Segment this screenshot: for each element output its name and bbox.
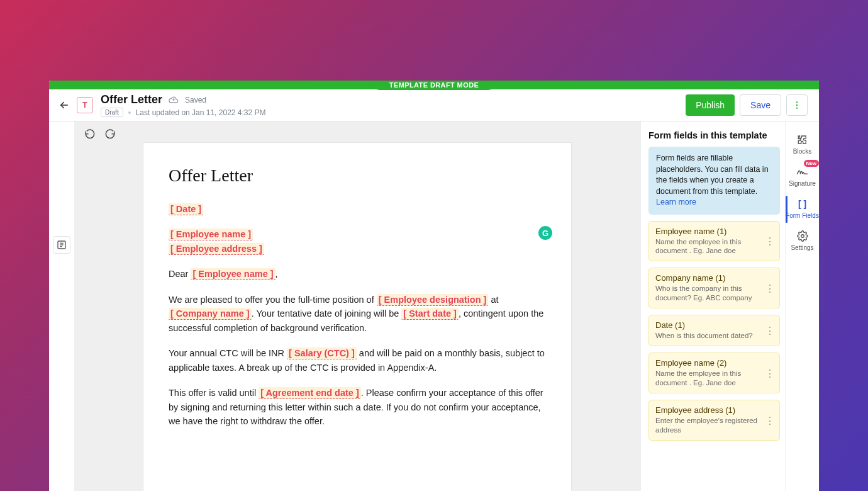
- right-rail: Blocks New Signature [ ] Form Fields Set…: [785, 121, 819, 491]
- document-heading: Offer Letter: [169, 166, 546, 186]
- left-rail: [49, 121, 74, 491]
- save-button[interactable]: Save: [740, 94, 781, 116]
- status-chip: Draft: [101, 108, 123, 117]
- document-title: Offer Letter: [101, 93, 162, 106]
- title-block: Offer Letter Saved Draft Last updated on…: [101, 93, 266, 117]
- field-employee-name-2[interactable]: [ Employee name ]: [191, 268, 275, 280]
- last-updated: Last updated on Jan 11, 2022 4:32 PM: [136, 108, 266, 117]
- paragraph-ctc: Your annual CTC will be INR [ Salary (CT…: [169, 346, 546, 375]
- form-field-sub: Enter the employee's registered address: [655, 416, 773, 435]
- redo-button[interactable]: [104, 128, 116, 139]
- form-field-sub: Name the employee in this document . Eg.…: [655, 369, 773, 388]
- form-field-more[interactable]: ⋮: [764, 367, 776, 379]
- form-field-more[interactable]: ⋮: [764, 325, 776, 337]
- back-arrow-icon: [58, 99, 70, 111]
- form-field-card[interactable]: Company name (1) Who is the company in t…: [648, 268, 780, 308]
- mode-bar: TEMPLATE DRAFT MODE: [49, 81, 819, 89]
- field-start-date[interactable]: [ Start date ]: [401, 308, 459, 320]
- signature-icon: [796, 166, 809, 178]
- paragraph-date: [ Date ]: [169, 202, 546, 216]
- undo-icon: [84, 128, 96, 139]
- redo-icon: [104, 128, 116, 139]
- form-field-more[interactable]: ⋮: [764, 414, 776, 426]
- form-field-card[interactable]: Employee name (2) Name the employee in t…: [648, 353, 780, 393]
- field-employee-name[interactable]: [ Employee name ]: [169, 229, 253, 240]
- rail-form-fields[interactable]: [ ] Form Fields: [786, 193, 819, 225]
- paragraph-offer: We are pleased to offer you the full-tim…: [169, 293, 546, 335]
- svg-point-1: [796, 104, 798, 106]
- paragraph-recipient: [ Employee name ] [ Employee address ]: [169, 227, 546, 256]
- undo-redo-group: [84, 128, 116, 139]
- mode-banner: TEMPLATE DRAFT MODE: [373, 81, 495, 90]
- canvas: Offer Letter [ Date ] [ Employee name ] …: [74, 121, 640, 491]
- app-window: TEMPLATE DRAFT MODE T Offer Letter Saved…: [49, 81, 819, 491]
- form-field-title: Employee address (1): [655, 405, 773, 415]
- form-field-card[interactable]: Employee address (1) Enter the employee'…: [648, 400, 780, 441]
- form-field-more[interactable]: ⋮: [764, 235, 776, 247]
- form-field-sub: When is this document dated?: [655, 331, 773, 341]
- field-agreement-end-date[interactable]: [ Agreement end date ]: [259, 387, 361, 399]
- brackets-icon: [ ]: [798, 198, 806, 210]
- paragraph-validity: This offer is valid until [ Agreement en…: [169, 386, 546, 428]
- form-field-title: Company name (1): [655, 273, 773, 283]
- document-type-badge: T: [77, 97, 93, 113]
- gear-icon: [797, 230, 808, 242]
- field-employee-address[interactable]: [ Employee address ]: [169, 243, 264, 255]
- more-vertical-icon: [792, 100, 802, 110]
- field-employee-designation[interactable]: [ Employee designation ]: [377, 294, 489, 306]
- form-field-title: Employee name (1): [655, 227, 773, 236]
- form-field-card[interactable]: Date (1) When is this document dated? ⋮: [648, 315, 780, 346]
- publish-button[interactable]: Publish: [686, 94, 735, 116]
- form-field-more[interactable]: ⋮: [764, 282, 776, 294]
- document-page[interactable]: Offer Letter [ Date ] [ Employee name ] …: [143, 143, 571, 491]
- paragraph-salutation: Dear [ Employee name ],: [169, 267, 546, 281]
- form-field-title: Date (1): [655, 320, 773, 330]
- rail-settings[interactable]: Settings: [786, 225, 819, 257]
- undo-button[interactable]: [84, 128, 96, 139]
- rail-signature[interactable]: New Signature: [786, 161, 819, 193]
- panel-title: Form fields in this template: [648, 130, 780, 140]
- svg-point-2: [796, 107, 798, 108]
- grammarly-icon[interactable]: G: [538, 226, 552, 240]
- field-date[interactable]: [ Date ]: [169, 203, 203, 215]
- svg-point-7: [801, 235, 804, 238]
- outline-button[interactable]: [53, 236, 70, 254]
- new-badge: New: [804, 160, 819, 167]
- puzzle-icon: [797, 134, 808, 145]
- field-salary-ctc[interactable]: [ Salary (CTC) ]: [287, 347, 357, 359]
- body: Offer Letter [ Date ] [ Employee name ] …: [49, 121, 819, 491]
- separator-dot: [128, 111, 131, 114]
- field-company-name[interactable]: [ Company name ]: [169, 308, 252, 320]
- form-field-sub: Who is the company in this document? Eg.…: [655, 284, 773, 303]
- header: T Offer Letter Saved Draft Last updated …: [49, 89, 819, 121]
- form-field-title: Employee name (2): [655, 358, 773, 368]
- rail-blocks[interactable]: Blocks: [786, 129, 819, 161]
- more-actions-button[interactable]: [786, 94, 808, 116]
- learn-more-link[interactable]: Learn more: [656, 198, 696, 206]
- outline-icon: [57, 240, 67, 250]
- form-fields-panel: Form fields in this template Form fields…: [640, 121, 785, 491]
- cloud-saved-icon: [169, 95, 179, 105]
- back-button[interactable]: [55, 96, 73, 114]
- saved-status: Saved: [185, 96, 206, 104]
- info-box: Form fields are fillable placeholders. Y…: [648, 147, 780, 215]
- form-field-sub: Name the employee in this document . Eg.…: [655, 237, 773, 256]
- svg-point-0: [796, 101, 798, 103]
- form-field-card[interactable]: Employee name (1) Name the employee in t…: [648, 221, 780, 262]
